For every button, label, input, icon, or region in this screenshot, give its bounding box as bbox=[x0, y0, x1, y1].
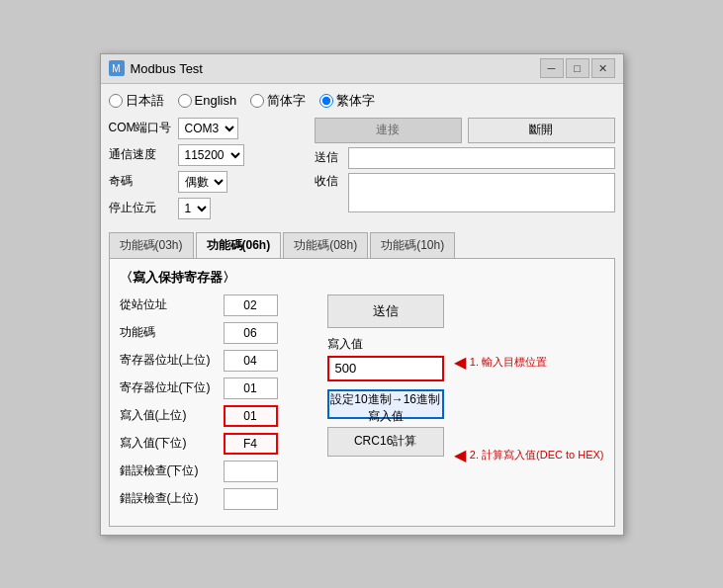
titlebar-left: M Modbus Test bbox=[109, 60, 203, 76]
field-input-reg-addr-hi[interactable] bbox=[224, 350, 278, 372]
field-row-reg-addr-lo: 寄存器位址(下位) bbox=[120, 378, 317, 399]
radio-english-label: English bbox=[195, 93, 237, 108]
right-form: 連接 斷開 送信 收信 bbox=[315, 118, 615, 224]
field-input-func-code[interactable] bbox=[224, 322, 278, 344]
stop-select[interactable]: 1 bbox=[178, 198, 211, 219]
minimize-button[interactable]: ─ bbox=[540, 58, 564, 78]
write-value-section: 寫入值 bbox=[327, 336, 444, 381]
annotation-2-text: 2. 計算寫入值(DEC to HEX) bbox=[470, 448, 604, 462]
field-row-crc-hi: 錯誤檢查(上位) bbox=[120, 488, 317, 510]
field-label-slave-addr: 從站位址 bbox=[120, 296, 224, 313]
parity-select[interactable]: 偶數 bbox=[178, 171, 227, 193]
connect-button[interactable]: 連接 bbox=[315, 118, 462, 143]
titlebar-buttons: ─ □ ✕ bbox=[540, 58, 615, 78]
radio-simplified-label: 简体字 bbox=[267, 92, 306, 110]
radio-japanese[interactable]: 日本語 bbox=[109, 92, 164, 110]
send-input[interactable] bbox=[348, 147, 615, 169]
baud-label: 通信速度 bbox=[109, 146, 178, 163]
com-row: COM端口号 COM3 bbox=[109, 118, 307, 139]
recv-textarea[interactable] bbox=[348, 173, 615, 212]
baud-row: 通信速度 115200 bbox=[109, 144, 307, 166]
field-row-func-code: 功能碼 bbox=[120, 322, 317, 344]
parity-label: 奇碼 bbox=[109, 173, 178, 190]
tab-left-fields: 從站位址 功能碼 寄存器位址(上位) 寄存器位址(下位) bbox=[120, 294, 317, 516]
send-recv-section: 送信 收信 bbox=[315, 147, 615, 212]
stop-label: 停止位元 bbox=[109, 200, 178, 216]
field-input-reg-addr-lo[interactable] bbox=[224, 378, 278, 399]
tab-right-controls: 送信 寫入值 設定10進制→16進制寫入值 CRC16計算 bbox=[327, 294, 444, 516]
field-row-write-hi: 寫入值(上位) bbox=[120, 405, 317, 427]
language-radio-group: 日本語 English 简体字 繁体字 bbox=[109, 92, 615, 110]
left-form: COM端口号 COM3 通信速度 115200 奇碼 偶數 bbox=[109, 118, 307, 224]
radio-japanese-label: 日本語 bbox=[126, 92, 164, 110]
tab-bar: 功能碼(03h) 功能碼(06h) 功能碼(08h) 功能碼(10h) bbox=[109, 232, 615, 259]
tab-content-title: 〈寫入保持寄存器〉 bbox=[120, 269, 604, 287]
field-label-crc-hi: 錯誤檢查(上位) bbox=[120, 490, 224, 507]
tab-03h[interactable]: 功能碼(03h) bbox=[109, 232, 194, 258]
field-input-write-hi[interactable] bbox=[224, 405, 278, 427]
write-value-label: 寫入值 bbox=[327, 336, 444, 353]
maximize-button[interactable]: □ bbox=[566, 58, 589, 78]
crc-button[interactable]: CRC16計算 bbox=[327, 427, 444, 457]
parity-row: 奇碼 偶數 bbox=[109, 171, 307, 193]
recv-label: 收信 bbox=[315, 173, 342, 190]
field-label-reg-addr-hi: 寄存器位址(上位) bbox=[120, 352, 224, 369]
baud-select[interactable]: 115200 bbox=[178, 144, 244, 166]
field-input-write-lo[interactable] bbox=[224, 433, 278, 455]
field-label-write-hi: 寫入值(上位) bbox=[120, 407, 224, 424]
tab-08h[interactable]: 功能碼(08h) bbox=[283, 232, 368, 258]
window-title: Modbus Test bbox=[131, 61, 203, 76]
main-content: 日本語 English 简体字 繁体字 COM端口号 COM3 bbox=[101, 84, 623, 535]
send-row: 送信 bbox=[315, 147, 615, 169]
arrow-icon-1: ◀ bbox=[454, 353, 466, 372]
app-icon: M bbox=[109, 60, 125, 76]
annotation-1-text: 1. 輸入目標位置 bbox=[470, 355, 547, 370]
field-input-slave-addr[interactable] bbox=[224, 294, 278, 316]
write-value-input[interactable] bbox=[327, 356, 444, 381]
tab-10h[interactable]: 功能碼(10h) bbox=[370, 232, 455, 258]
send-label: 送信 bbox=[315, 149, 342, 166]
disconnect-button[interactable]: 斷開 bbox=[468, 118, 615, 143]
radio-traditional[interactable]: 繁体字 bbox=[319, 92, 375, 110]
annotation-1: ◀ 1. 輸入目標位置 bbox=[454, 353, 604, 372]
field-row-crc-lo: 錯誤檢查(下位) bbox=[120, 461, 317, 482]
radio-simplified[interactable]: 简体字 bbox=[250, 92, 306, 110]
field-input-crc-lo[interactable] bbox=[224, 461, 278, 482]
field-row-write-lo: 寫入值(下位) bbox=[120, 433, 317, 455]
annotation-2: ◀ 2. 計算寫入值(DEC to HEX) bbox=[454, 446, 604, 464]
arrow-icon-2: ◀ bbox=[454, 446, 466, 464]
close-button[interactable]: ✕ bbox=[591, 58, 615, 78]
annotations-column: ◀ 1. 輸入目標位置 ◀ 2. 計算寫入值(DEC to HEX) bbox=[454, 294, 604, 516]
radio-traditional-label: 繁体字 bbox=[336, 92, 375, 110]
stop-row: 停止位元 1 bbox=[109, 198, 307, 219]
recv-row: 收信 bbox=[315, 173, 615, 212]
field-input-crc-hi[interactable] bbox=[224, 488, 278, 510]
field-row-reg-addr-hi: 寄存器位址(上位) bbox=[120, 350, 317, 372]
field-row-slave-addr: 從站位址 bbox=[120, 294, 317, 316]
connect-buttons: 連接 斷開 bbox=[315, 118, 615, 143]
calc-button[interactable]: 設定10進制→16進制寫入值 bbox=[327, 389, 444, 419]
radio-english[interactable]: English bbox=[178, 93, 237, 108]
field-label-crc-lo: 錯誤檢查(下位) bbox=[120, 462, 224, 479]
tab-06h[interactable]: 功能碼(06h) bbox=[196, 232, 282, 258]
tab-body: 從站位址 功能碼 寄存器位址(上位) 寄存器位址(下位) bbox=[120, 294, 604, 516]
field-label-reg-addr-lo: 寄存器位址(下位) bbox=[120, 379, 224, 396]
com-label: COM端口号 bbox=[109, 120, 178, 136]
titlebar: M Modbus Test ─ □ ✕ bbox=[101, 54, 623, 84]
com-select[interactable]: COM3 bbox=[178, 118, 238, 139]
send-button[interactable]: 送信 bbox=[327, 294, 444, 328]
tab-content: 〈寫入保持寄存器〉 從站位址 功能碼 寄存器位址(上位) bbox=[109, 259, 615, 527]
main-window: M Modbus Test ─ □ ✕ 日本語 English 简体字 bbox=[100, 53, 624, 536]
field-label-write-lo: 寫入值(下位) bbox=[120, 435, 224, 452]
connection-section: COM端口号 COM3 通信速度 115200 奇碼 偶數 bbox=[109, 118, 615, 224]
field-label-func-code: 功能碼 bbox=[120, 324, 224, 341]
